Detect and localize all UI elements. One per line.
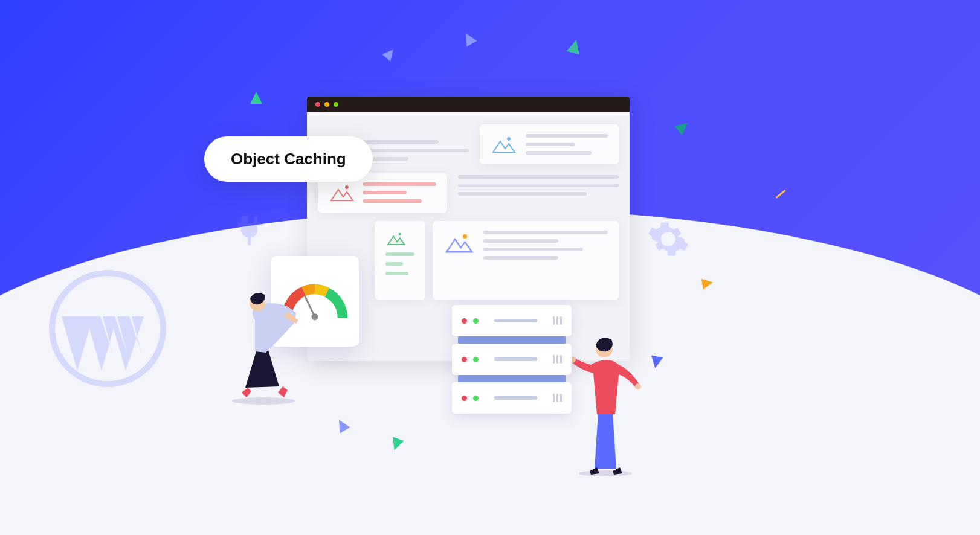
server-bar — [494, 357, 537, 361]
feature-label-text: Object Caching — [231, 150, 346, 168]
server-grill-icon — [553, 355, 562, 364]
image-placeholder-icon — [491, 134, 516, 155]
person-pushing-illustration — [221, 286, 306, 405]
triangle-icon — [649, 355, 663, 369]
content-card — [375, 221, 425, 300]
svg-point-12 — [507, 137, 511, 141]
svg-marker-6 — [701, 277, 714, 290]
svg-marker-3 — [460, 30, 477, 46]
accent-line — [775, 190, 785, 199]
triangle-icon — [567, 39, 583, 55]
server-bar — [494, 396, 537, 400]
server-row — [452, 382, 572, 414]
svg-marker-17 — [446, 239, 472, 252]
image-placeholder-icon — [385, 231, 406, 246]
svg-point-23 — [579, 470, 632, 476]
traffic-light-minimize-icon — [324, 102, 329, 107]
svg-marker-2 — [382, 46, 397, 61]
svg-marker-13 — [331, 190, 353, 200]
status-dot-green-icon — [473, 357, 479, 362]
svg-point-21 — [232, 397, 295, 405]
triangle-icon — [382, 46, 397, 61]
svg-marker-5 — [674, 118, 691, 135]
server-stack — [452, 305, 572, 414]
svg-marker-7 — [649, 355, 663, 369]
status-dot-red-icon — [462, 318, 467, 324]
server-grill-icon — [553, 394, 562, 402]
triangle-icon — [250, 92, 262, 104]
svg-point-16 — [399, 233, 402, 236]
svg-marker-11 — [493, 141, 515, 152]
placeholder-lines — [458, 173, 619, 213]
image-placeholder-icon — [329, 182, 354, 203]
content-card — [433, 221, 619, 300]
svg-point-26 — [635, 383, 641, 389]
person-server-illustration — [569, 326, 642, 477]
svg-point-18 — [463, 234, 467, 239]
triangle-icon — [460, 30, 477, 46]
status-dot-green-icon — [473, 396, 479, 401]
svg-line-20 — [305, 296, 315, 317]
server-row — [452, 344, 572, 375]
feature-label-pill: Object Caching — [204, 136, 373, 182]
server-grill-icon — [553, 316, 562, 325]
wordpress-logo-icon — [47, 268, 168, 389]
traffic-light-close-icon — [315, 102, 320, 107]
content-card — [480, 124, 619, 164]
svg-point-14 — [345, 185, 349, 189]
status-dot-red-icon — [462, 357, 467, 362]
gear-icon — [646, 217, 690, 261]
svg-marker-4 — [567, 39, 583, 55]
traffic-light-zoom-icon — [334, 102, 338, 107]
server-row — [452, 305, 572, 336]
status-dot-green-icon — [473, 318, 479, 324]
triangle-icon — [674, 118, 691, 135]
browser-titlebar — [307, 97, 630, 112]
svg-marker-1 — [250, 92, 262, 104]
plug-icon — [228, 211, 267, 250]
server-bar — [494, 319, 537, 322]
svg-marker-15 — [388, 236, 405, 245]
triangle-icon — [701, 277, 714, 290]
status-dot-red-icon — [462, 396, 467, 401]
image-placeholder-icon — [443, 231, 474, 255]
